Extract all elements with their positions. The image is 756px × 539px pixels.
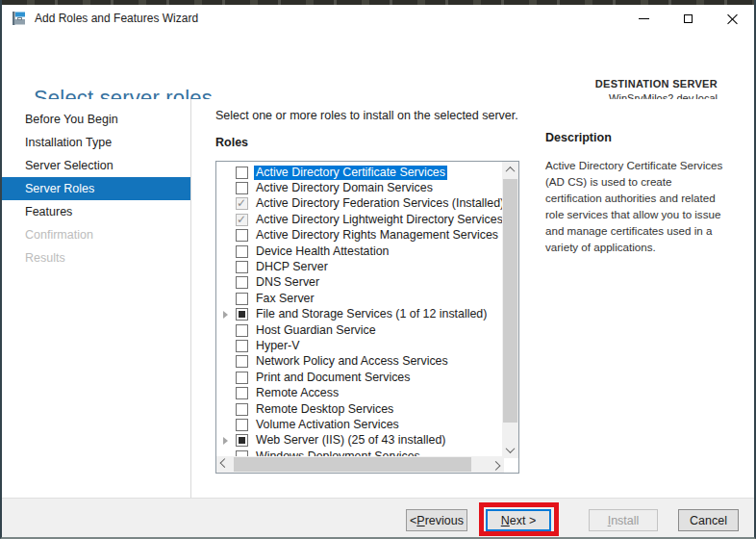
horizontal-scrollbar[interactable] — [216, 456, 504, 473]
role-checkbox[interactable] — [236, 308, 248, 321]
sidebar-item-before-you-begin[interactable]: Before You Begin — [2, 108, 190, 131]
role-row-web-server-iis-25-of-43-installed[interactable]: Web Server (IIS) (25 of 43 installed) — [216, 433, 503, 449]
sidebar-item-server-selection[interactable]: Server Selection — [2, 154, 190, 177]
role-checkbox[interactable] — [236, 419, 248, 431]
previous-button[interactable]: < Previous — [406, 509, 467, 531]
role-row-remote-access[interactable]: Remote Access — [216, 385, 503, 400]
role-label[interactable]: Device Health Attestation — [254, 244, 391, 259]
role-row-active-directory-certificate-services[interactable]: Active Directory Certificate Services — [216, 165, 503, 180]
sidebar-item-server-roles[interactable]: Server Roles — [2, 177, 190, 200]
role-checkbox[interactable] — [236, 245, 248, 258]
role-label[interactable]: Active Directory Rights Management Servi… — [254, 228, 500, 243]
role-label[interactable]: Host Guardian Service — [254, 323, 378, 338]
sidebar-nav: Before You BeginInstallation TypeServer … — [2, 108, 190, 270]
vertical-scrollbar[interactable] — [502, 162, 518, 458]
window-title: Add Roles and Features Wizard — [35, 12, 198, 25]
role-row-active-directory-rights-management-services[interactable]: Active Directory Rights Management Servi… — [216, 228, 503, 244]
role-row-remote-desktop-services[interactable]: Remote Desktop Services — [216, 401, 503, 417]
role-label[interactable]: Remote Desktop Services — [254, 402, 395, 417]
role-checkbox[interactable] — [236, 276, 248, 289]
role-row-active-directory-domain-services[interactable]: Active Directory Domain Services — [216, 180, 503, 195]
role-row-host-guardian-service[interactable]: Host Guardian Service — [216, 322, 503, 338]
role-row-volume-activation-services[interactable]: Volume Activation Services — [216, 417, 503, 432]
role-label[interactable]: DHCP Server — [254, 260, 330, 274]
sidebar-item-features[interactable]: Features — [2, 200, 190, 223]
role-row-fax-server[interactable]: Fax Server — [216, 291, 503, 306]
wizard-footer: < PreviousNext >InstallCancel — [2, 498, 754, 537]
role-checkbox[interactable] — [236, 261, 248, 273]
role-row-hyper-v[interactable]: Hyper-V — [216, 338, 503, 353]
role-checkbox[interactable] — [236, 229, 248, 242]
description-heading: Description — [545, 131, 612, 144]
scroll-right-button[interactable] — [488, 456, 504, 473]
scroll-down-button[interactable] — [502, 442, 518, 458]
expand-arrow-icon[interactable] — [223, 311, 228, 319]
role-row-print-and-document-services[interactable]: Print and Document Services — [216, 370, 503, 385]
chevron-down-icon — [506, 444, 516, 453]
role-label[interactable]: File and Storage Services (1 of 12 insta… — [254, 307, 489, 321]
expand-arrow-icon[interactable] — [223, 437, 228, 445]
role-checkbox[interactable] — [236, 434, 248, 447]
wizard-app-icon — [12, 11, 27, 26]
role-row-dns-server[interactable]: DNS Server — [216, 275, 503, 291]
scroll-left-button[interactable] — [216, 456, 233, 473]
role-label[interactable]: Network Policy and Access Services — [254, 354, 450, 369]
destination-server-label: DESTINATION SERVER — [595, 78, 718, 90]
sidebar-item-installation-type[interactable]: Installation Type — [2, 131, 190, 154]
role-checkbox[interactable] — [236, 214, 248, 226]
role-label[interactable]: Web Server (IIS) (25 of 43 installed) — [254, 433, 447, 448]
role-checkbox[interactable] — [236, 403, 248, 416]
sidebar-item-confirmation: Confirmation — [2, 223, 190, 246]
maximize-icon — [684, 14, 693, 23]
role-checkbox[interactable] — [236, 355, 248, 368]
maximize-button[interactable] — [666, 5, 710, 32]
chevron-up-icon — [506, 167, 516, 176]
role-checkbox[interactable] — [236, 340, 248, 352]
role-checkbox[interactable] — [236, 372, 248, 384]
cancel-button[interactable]: Cancel — [678, 509, 739, 531]
chevron-left-icon — [220, 458, 230, 468]
chevron-right-icon — [491, 461, 501, 471]
role-checkbox[interactable] — [236, 197, 248, 210]
role-label[interactable]: Volume Activation Services — [254, 418, 401, 432]
role-label[interactable]: Active Directory Certificate Services — [254, 166, 447, 180]
horizontal-scroll-thumb[interactable] — [234, 457, 471, 472]
role-row-file-and-storage-services-1-of-12-installed[interactable]: File and Storage Services (1 of 12 insta… — [216, 307, 503, 322]
role-checkbox[interactable] — [236, 387, 248, 399]
role-row-active-directory-lightweight-directory-services-in[interactable]: Active Directory Lightweight Directory S… — [216, 212, 503, 227]
scroll-up-button[interactable] — [502, 162, 518, 178]
role-label[interactable]: Fax Server — [254, 292, 316, 306]
role-row-device-health-attestation[interactable]: Device Health Attestation — [216, 244, 503, 259]
role-label[interactable]: Active Directory Lightweight Directory S… — [254, 213, 503, 227]
sidebar-item-results: Results — [2, 246, 190, 270]
close-icon — [727, 13, 738, 24]
wizard-content: Before You BeginInstallation TypeServer … — [2, 99, 754, 498]
role-row-dhcp-server[interactable]: DHCP Server — [216, 259, 503, 274]
minimize-button[interactable] — [621, 5, 666, 32]
wizard-header: Select server roles DESTINATION SERVER W… — [2, 32, 754, 99]
next-button[interactable]: Next > — [486, 509, 551, 531]
role-checkbox[interactable] — [236, 167, 248, 179]
role-label[interactable]: Active Directory Domain Services — [254, 181, 435, 195]
role-label[interactable]: DNS Server — [254, 275, 321, 290]
install-button: Install — [589, 509, 658, 531]
role-checkbox[interactable] — [236, 324, 248, 337]
titlebar: Add Roles and Features Wizard — [2, 5, 754, 32]
role-checkbox[interactable] — [236, 293, 248, 305]
minimize-icon — [639, 18, 649, 19]
vertical-scroll-thumb[interactable] — [503, 179, 517, 423]
sidebar-divider — [190, 99, 191, 498]
role-label[interactable]: Active Directory Federation Services (In… — [254, 196, 503, 211]
role-label[interactable]: Hyper-V — [254, 339, 301, 353]
role-row-network-policy-and-access-services[interactable]: Network Policy and Access Services — [216, 354, 503, 370]
close-button[interactable] — [710, 5, 754, 32]
instruction-text: Select one or more roles to install on t… — [215, 109, 518, 122]
role-row-active-directory-federation-services-installed[interactable]: Active Directory Federation Services (In… — [216, 196, 503, 212]
roles-listbox: Active Directory Certificate ServicesAct… — [215, 161, 519, 474]
roles-heading: Roles — [215, 136, 248, 149]
role-label[interactable]: Remote Access — [254, 386, 340, 400]
role-checkbox[interactable] — [236, 182, 248, 194]
description-text: Active Directory Certificate Services (A… — [545, 157, 730, 255]
role-label[interactable]: Print and Document Services — [254, 371, 412, 385]
roles-list: Active Directory Certificate ServicesAct… — [216, 162, 503, 457]
